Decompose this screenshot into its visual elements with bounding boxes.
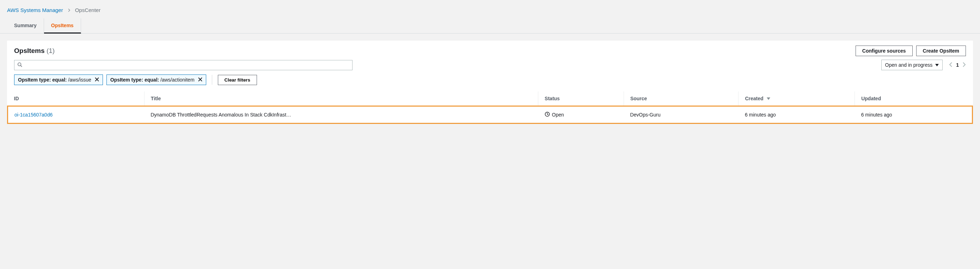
status-filter-dropdown[interactable]: Open and in progress bbox=[881, 60, 943, 70]
col-created-label: Created bbox=[745, 96, 763, 101]
pagination: 1 bbox=[949, 62, 966, 68]
breadcrumb: AWS Systems Manager OpsCenter bbox=[0, 3, 980, 18]
chip-label: OpsItem type: equal: bbox=[18, 77, 67, 83]
breadcrumb-root[interactable]: AWS Systems Manager bbox=[7, 7, 63, 13]
chip-value: /aws/issue bbox=[68, 77, 91, 83]
status-filter-label: Open and in progress bbox=[885, 62, 933, 68]
opsitem-title: DynamoDB ThrottledRequests Anomalous In … bbox=[144, 106, 538, 123]
tab-summary[interactable]: Summary bbox=[7, 18, 44, 33]
clear-filters-button[interactable]: Clear filters bbox=[218, 75, 257, 85]
clock-icon bbox=[545, 112, 550, 118]
svg-point-0 bbox=[18, 62, 21, 66]
table-row[interactable]: oi-1ca15607a0d6 DynamoDB ThrottledReques… bbox=[8, 106, 973, 123]
panel-title-text: OpsItems bbox=[14, 47, 45, 54]
search-input-wrap[interactable] bbox=[14, 60, 353, 70]
opsitem-source: DevOps-Guru bbox=[624, 106, 738, 123]
panel-count: (1) bbox=[46, 47, 55, 54]
create-opsitem-button[interactable]: Create OpsItem bbox=[916, 46, 966, 56]
tab-opsitems[interactable]: OpsItems bbox=[44, 18, 81, 34]
close-icon[interactable] bbox=[198, 77, 202, 83]
filter-chip-actionitem: OpsItem type: equal: /aws/actionitem bbox=[107, 74, 206, 85]
chip-value: /aws/actionitem bbox=[161, 77, 194, 83]
opsitems-table: ID Title Status Source Created Updated o… bbox=[7, 91, 973, 124]
col-status[interactable]: Status bbox=[538, 91, 624, 106]
col-updated[interactable]: Updated bbox=[855, 91, 973, 106]
opsitem-status: Open bbox=[552, 112, 564, 118]
col-created[interactable]: Created bbox=[738, 91, 855, 106]
filter-chip-issue: OpsItem type: equal: /aws/issue bbox=[14, 74, 103, 85]
panel-title: OpsItems (1) bbox=[14, 47, 55, 55]
chevron-right-icon bbox=[67, 7, 71, 13]
chip-label: OpsItem type: equal: bbox=[110, 77, 159, 83]
col-source[interactable]: Source bbox=[624, 91, 738, 106]
search-icon bbox=[17, 62, 22, 68]
col-title[interactable]: Title bbox=[144, 91, 538, 106]
page-number: 1 bbox=[956, 62, 959, 68]
divider bbox=[212, 75, 212, 85]
opsitem-id-link[interactable]: oi-1ca15607a0d6 bbox=[14, 112, 52, 118]
opsitem-updated: 6 minutes ago bbox=[855, 106, 973, 123]
configure-sources-button[interactable]: Configure sources bbox=[856, 46, 913, 56]
close-icon[interactable] bbox=[95, 77, 99, 83]
sort-desc-icon bbox=[767, 98, 770, 100]
opsitem-created: 6 minutes ago bbox=[738, 106, 855, 123]
tabs: Summary OpsItems bbox=[0, 18, 980, 34]
opsitems-panel: OpsItems (1) Configure sources Create Op… bbox=[7, 41, 973, 124]
search-input[interactable] bbox=[24, 62, 349, 68]
next-page-icon[interactable] bbox=[963, 62, 966, 68]
breadcrumb-current: OpsCenter bbox=[75, 7, 101, 13]
col-id[interactable]: ID bbox=[8, 91, 145, 106]
caret-down-icon bbox=[935, 62, 939, 68]
svg-line-1 bbox=[21, 65, 22, 67]
prev-page-icon[interactable] bbox=[949, 62, 953, 68]
